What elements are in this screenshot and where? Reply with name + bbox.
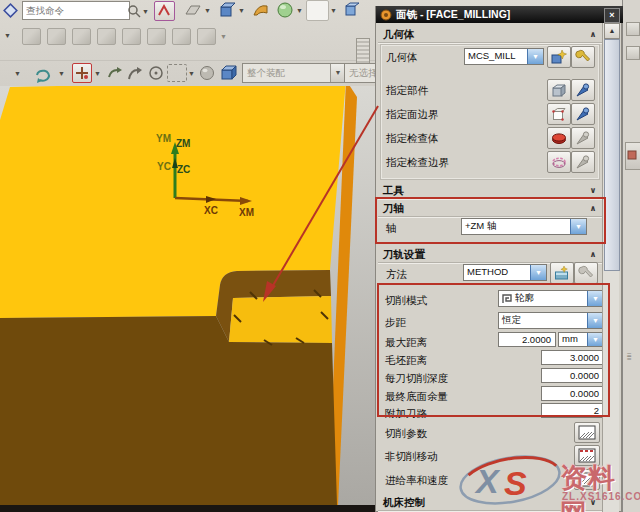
blend-icon[interactable] bbox=[250, 0, 272, 20]
select-rectangle-icon[interactable] bbox=[167, 64, 187, 82]
pan-icon[interactable] bbox=[103, 63, 125, 84]
resize-grip-icon[interactable]: ≡≡ bbox=[627, 354, 637, 364]
cutting-params-button[interactable] bbox=[574, 422, 600, 443]
highlight-part-button[interactable] bbox=[571, 79, 595, 101]
chevron-down-icon[interactable]: ▼ bbox=[587, 291, 603, 306]
section-header-path-settings[interactable]: 刀轨设置 ∧ bbox=[378, 248, 605, 263]
non-cutting-moves-icon bbox=[578, 448, 596, 463]
section-header-tool[interactable]: 工具 ∨ bbox=[378, 184, 605, 199]
search-input[interactable] bbox=[22, 1, 130, 20]
search-icon[interactable] bbox=[126, 3, 142, 19]
chevron-down-icon[interactable]: ∨ bbox=[586, 496, 600, 509]
edge-palette-button[interactable] bbox=[625, 142, 640, 170]
disabled-tool-icon bbox=[122, 28, 141, 45]
highlight-check-body-button[interactable] bbox=[571, 127, 595, 149]
sketch-icon[interactable] bbox=[154, 1, 175, 21]
shaded-view-icon[interactable] bbox=[198, 64, 218, 83]
cut-pattern-label: 切削模式 bbox=[385, 294, 427, 308]
work-view-cube-icon[interactable] bbox=[218, 63, 239, 83]
snap-point-icon[interactable] bbox=[72, 63, 92, 83]
edit-method-button[interactable] bbox=[574, 262, 598, 284]
row2-overflow-arrow[interactable]: ▼ bbox=[4, 32, 11, 39]
extrude-dropdown-arrow[interactable]: ▼ bbox=[238, 7, 245, 14]
app-window: ▼ ▼ ▼ ▼ ▼ bbox=[0, 0, 640, 512]
check-body-icon bbox=[551, 130, 567, 146]
geometry-combo[interactable]: MCS_MILL ▼ bbox=[464, 48, 544, 65]
max-distance-unit-combo[interactable]: mm ▼ bbox=[558, 332, 604, 347]
chevron-up-icon[interactable]: ∧ bbox=[586, 202, 600, 215]
new-method-button[interactable] bbox=[550, 262, 574, 284]
highlight-face-boundary-button[interactable] bbox=[571, 103, 595, 125]
chevron-up-icon[interactable]: ∧ bbox=[586, 248, 600, 261]
graphics-viewport[interactable]: YM ZM YC ZC XC XM bbox=[0, 86, 376, 512]
specify-check-boundary-button[interactable] bbox=[547, 151, 571, 173]
method-combo[interactable]: METHOD ▼ bbox=[463, 264, 547, 281]
specify-face-boundary-button[interactable] bbox=[547, 103, 571, 125]
chevron-down-icon[interactable]: ∨ bbox=[586, 184, 600, 197]
chevron-up-icon[interactable]: ∧ bbox=[586, 28, 600, 41]
scroll-up-icon[interactable]: ▲ bbox=[604, 23, 620, 39]
edge-mini-button[interactable] bbox=[626, 22, 640, 36]
datum-plane-icon[interactable] bbox=[182, 0, 204, 20]
search-dropdown-arrow[interactable]: ▼ bbox=[142, 8, 149, 15]
section-header-tool-axis[interactable]: 刀轴 ∧ bbox=[378, 202, 605, 217]
model-front-face[interactable] bbox=[0, 316, 337, 505]
blank-distance-field[interactable]: 3.0000 bbox=[541, 350, 604, 365]
row3-overflow-arrow[interactable]: ▼ bbox=[14, 70, 21, 77]
disabled-tool-icon bbox=[97, 28, 116, 45]
sphere-dropdown-arrow[interactable]: ▼ bbox=[296, 7, 303, 14]
final-floor-stock-field[interactable]: 0.0000 bbox=[541, 386, 604, 401]
scope-dropdown-arrow[interactable]: ▼ bbox=[330, 64, 345, 82]
final-floor-stock-label: 最终底面余量 bbox=[385, 390, 448, 404]
feeds-speeds-button[interactable] bbox=[574, 469, 600, 490]
snap-dropdown-arrow[interactable]: ▼ bbox=[94, 70, 101, 77]
axis-label-yc: YC bbox=[157, 161, 171, 172]
chevron-down-icon[interactable]: ▼ bbox=[527, 49, 543, 64]
new-geometry-button[interactable] bbox=[547, 46, 571, 68]
torch-disabled-icon bbox=[575, 130, 591, 146]
stepover-combo[interactable]: 恒定 ▼ bbox=[498, 312, 604, 329]
non-cutting-moves-button[interactable] bbox=[574, 445, 600, 466]
cut-pattern-combo[interactable]: 轮廓 ▼ bbox=[498, 290, 604, 307]
chevron-down-icon[interactable]: ▼ bbox=[587, 333, 603, 346]
specify-check-boundary-label: 指定检查边界 bbox=[386, 156, 449, 170]
orient-icon[interactable] bbox=[124, 63, 144, 84]
blank-dropdown-arrow[interactable]: ▼ bbox=[330, 7, 337, 14]
depth-per-cut-field[interactable]: 0.0000 bbox=[541, 368, 604, 383]
rotate-view-icon[interactable] bbox=[32, 63, 54, 84]
chevron-down-icon[interactable]: ▼ bbox=[530, 265, 546, 280]
edge-mini-button[interactable] bbox=[626, 46, 640, 60]
chevron-down-icon[interactable]: ▼ bbox=[570, 219, 586, 234]
blank-tool-button[interactable] bbox=[306, 0, 329, 21]
datum-dropdown-arrow[interactable]: ▼ bbox=[204, 7, 211, 14]
dialog-title-bar[interactable]: 面铣 - [FACE_MILLING] × bbox=[376, 6, 623, 23]
check-boundary-icon bbox=[551, 154, 567, 170]
edit-geometry-button[interactable] bbox=[571, 46, 595, 68]
specify-part-button[interactable] bbox=[547, 79, 571, 101]
section-header-machine-control[interactable]: 机床控制 ∨ bbox=[378, 496, 605, 511]
max-distance-field[interactable]: 2.0000 bbox=[498, 332, 556, 347]
chevron-down-icon[interactable]: ▼ bbox=[587, 313, 603, 328]
command-finder-icon[interactable] bbox=[2, 2, 20, 20]
non-cutting-moves-label: 非切削移动 bbox=[385, 450, 438, 464]
close-icon[interactable]: × bbox=[604, 8, 620, 23]
section-header-geometry[interactable]: 几何体 ∧ bbox=[378, 28, 605, 43]
extrude-icon[interactable] bbox=[216, 0, 238, 20]
scrollbar-thumb[interactable] bbox=[604, 39, 620, 271]
select-dropdown-arrow[interactable]: ▼ bbox=[188, 70, 195, 77]
specify-check-body-button[interactable] bbox=[547, 127, 571, 149]
specify-check-body-label: 指定检查体 bbox=[386, 132, 439, 146]
highlight-check-boundary-button[interactable] bbox=[571, 151, 595, 173]
additional-passes-field[interactable]: 2 bbox=[541, 403, 604, 418]
sphere-icon[interactable] bbox=[275, 0, 297, 20]
cut-pattern-icon bbox=[501, 293, 513, 305]
snap-center-icon[interactable] bbox=[147, 64, 166, 83]
row2-dropdown-arrow[interactable]: ▼ bbox=[220, 33, 227, 40]
face-boundary-icon bbox=[551, 106, 567, 122]
pocket-floor[interactable] bbox=[229, 296, 332, 343]
dialog-scrollbar[interactable]: ▲ bbox=[602, 23, 619, 512]
small-dropdown-arrow[interactable]: ▼ bbox=[58, 70, 65, 77]
axis-combo[interactable]: +ZM 轴 ▼ bbox=[461, 218, 587, 235]
assembly-icon[interactable] bbox=[342, 0, 364, 20]
selection-scope-combo[interactable]: 整个装配 ▼ bbox=[242, 63, 346, 83]
